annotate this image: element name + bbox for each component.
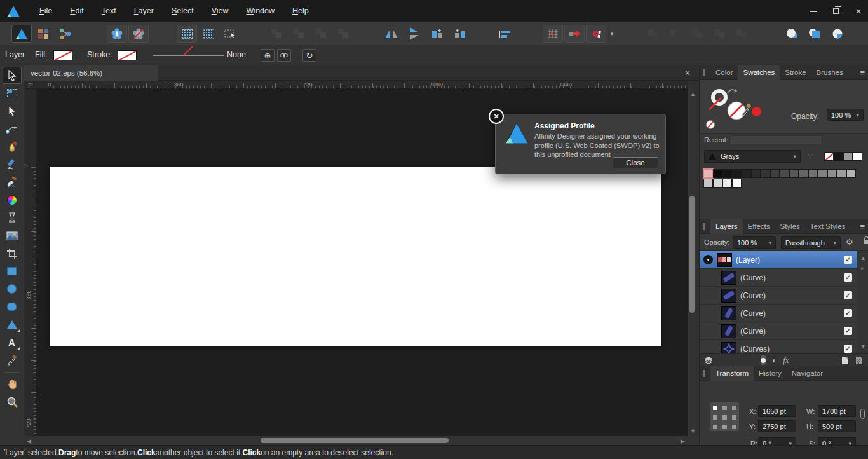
add-layer-button[interactable] [841, 356, 849, 365]
place-image-tool[interactable] [3, 227, 22, 244]
layer-row[interactable]: (Curve)✓ [700, 287, 857, 305]
insert-inside-button[interactable] [804, 25, 825, 43]
color-picker-tool[interactable] [3, 352, 22, 369]
move-by-whole-pixels-button[interactable] [564, 25, 585, 43]
swatch[interactable] [818, 169, 827, 178]
h-input[interactable]: 500 pt [818, 420, 856, 432]
corner-tool[interactable] [3, 120, 22, 137]
layer-visibility-checkbox[interactable]: ✓ [844, 256, 852, 264]
document-tab[interactable]: vector-02.eps (56.6%) [24, 65, 158, 81]
layer-visibility-checkbox[interactable]: ✓ [844, 327, 852, 335]
designer-persona-button[interactable] [11, 25, 32, 43]
document-tab-close-button[interactable]: ✕ [681, 65, 694, 81]
stroke-swatch[interactable] [118, 50, 137, 60]
zoom-tool[interactable] [3, 393, 22, 410]
swatch[interactable] [808, 169, 818, 178]
scroll-right-icon[interactable]: ▶ [681, 438, 685, 444]
tab-text-styles[interactable]: Text Styles [805, 219, 851, 234]
layer-visibility-checkbox[interactable]: ✓ [844, 273, 852, 282]
pencil-tool[interactable] [3, 156, 22, 173]
triangle-tool[interactable] [3, 316, 22, 333]
swatch[interactable] [703, 169, 713, 178]
layer-effects-button[interactable]: fx [783, 355, 789, 366]
fill-swatch[interactable] [53, 50, 72, 60]
snapping-dropdown[interactable]: ▾ [607, 27, 616, 40]
panel-grip-icon[interactable] [703, 223, 705, 230]
symbol-detach-button[interactable] [128, 25, 149, 43]
vertical-scrollbar-thumb[interactable] [689, 196, 695, 313]
insert-on-top-button[interactable] [827, 25, 848, 43]
node-tool[interactable] [3, 102, 22, 120]
view-tool[interactable] [3, 375, 22, 392]
opacity-dropdown[interactable]: 100 %▾ [827, 109, 864, 121]
adjustment-layer-button[interactable]: ◐ [772, 356, 776, 365]
rotate-ccw-button[interactable] [427, 25, 447, 43]
vector-brush-tool[interactable] [3, 174, 22, 191]
restore-button[interactable] [826, 0, 845, 22]
layer-row[interactable]: (Curve)✓ [700, 322, 857, 340]
cycle-selection-box-button[interactable]: ↻ [302, 49, 316, 62]
x-input[interactable]: 1650 pt [758, 405, 796, 417]
artistic-text-tool[interactable]: A [3, 334, 22, 351]
tab-layers[interactable]: Layers [710, 219, 743, 234]
blend-options-gear-icon[interactable]: ⚙ [846, 237, 853, 247]
horizontal-scrollbar[interactable]: ◀ ▶ [24, 436, 688, 445]
tab-styles[interactable]: Styles [775, 219, 804, 234]
move-tool[interactable] [3, 67, 22, 84]
scroll-up-icon[interactable]: ▲ [690, 91, 696, 97]
menu-window[interactable]: Window [238, 0, 283, 22]
swatch[interactable] [713, 169, 722, 178]
layer-row[interactable]: (Curve)✓ [700, 269, 857, 287]
swatch[interactable] [732, 169, 742, 178]
layers-opacity-dropdown[interactable]: 100 %▾ [733, 236, 776, 249]
scroll-left-icon[interactable]: ◀ [27, 438, 31, 444]
show-rotation-center-button[interactable]: ⊕ [261, 49, 275, 62]
blend-mode-dropdown[interactable]: Passthrough▾ [781, 236, 841, 249]
secondary-color-circle-icon[interactable] [705, 120, 715, 130]
lock-icon[interactable] [864, 240, 868, 244]
swatch[interactable] [751, 169, 761, 178]
layer-visibility-checkbox[interactable]: ✓ [844, 309, 852, 317]
expand-arrow-icon[interactable]: ▼ [703, 255, 713, 264]
dialog-close-button[interactable]: Close [613, 157, 658, 168]
export-persona-button[interactable] [55, 25, 75, 43]
vertical-scrollbar[interactable]: ▲ ▼ [688, 89, 696, 436]
layer-row[interactable]: ▼(Layer)✓ [700, 251, 857, 269]
pixel-persona-button[interactable] [33, 25, 53, 43]
grid-options-button[interactable] [543, 25, 563, 43]
panel-menu-icon[interactable]: ≡ [860, 68, 865, 78]
current-color-dot[interactable] [752, 107, 761, 116]
ruler-unit-corner[interactable]: pt [24, 81, 37, 89]
swatch[interactable] [843, 152, 853, 161]
transform-mode-button[interactable] [220, 25, 240, 43]
snapping-button[interactable] [586, 25, 606, 43]
edit-all-layers-button[interactable] [703, 356, 714, 365]
horizontal-scrollbar-thumb[interactable] [261, 438, 449, 443]
panel-grip-icon[interactable] [703, 370, 705, 377]
panel-menu-icon[interactable]: ≡ [860, 222, 865, 231]
swatch[interactable] [722, 169, 732, 178]
layer-visibility-checkbox[interactable]: ✓ [844, 345, 852, 353]
close-button[interactable]: ✕ [849, 0, 868, 22]
minimize-button[interactable] [803, 0, 822, 22]
tab-stroke[interactable]: Stroke [780, 65, 811, 80]
mask-layer-button[interactable] [761, 355, 766, 365]
eyedropper-icon[interactable] [740, 103, 752, 120]
scroll-down-icon[interactable]: ▼ [690, 428, 696, 434]
swatch[interactable] [713, 179, 722, 188]
swap-colors-icon[interactable] [726, 86, 738, 94]
swatch[interactable] [799, 169, 808, 178]
swatch[interactable] [761, 169, 770, 178]
selection-marquee-button[interactable] [177, 25, 197, 43]
layer-visibility-checkbox[interactable]: ✓ [844, 291, 852, 299]
swatch[interactable] [742, 169, 751, 178]
add-pixel-layer-button[interactable] [855, 356, 863, 365]
swatch[interactable] [837, 169, 846, 178]
menu-edit[interactable]: Edit [61, 0, 93, 22]
swatch[interactable] [703, 179, 713, 188]
menu-file[interactable]: File [31, 0, 61, 22]
vector-crop-tool[interactable] [3, 245, 22, 262]
menu-select[interactable]: Select [163, 0, 203, 22]
layer-row[interactable]: (Curve)✓ [700, 305, 857, 322]
pen-tool[interactable] [3, 138, 22, 155]
